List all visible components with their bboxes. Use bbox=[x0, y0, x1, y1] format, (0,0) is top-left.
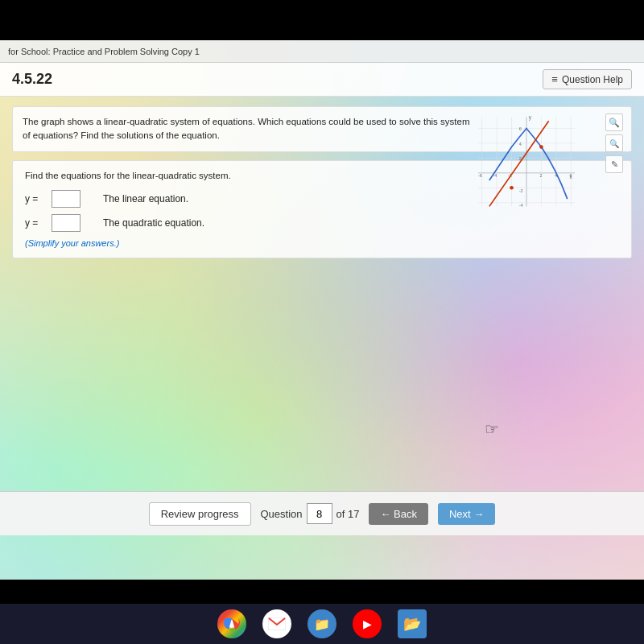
linear-label: y = bbox=[25, 193, 45, 204]
review-progress-button[interactable]: Review progress bbox=[149, 502, 251, 526]
question-number-input[interactable] bbox=[307, 503, 332, 524]
svg-text:6: 6 bbox=[570, 173, 572, 178]
zoom-in-icon: 🔍 bbox=[609, 118, 620, 128]
zoom-in-button[interactable]: 🔍 bbox=[605, 114, 623, 131]
quadratic-input[interactable] bbox=[52, 214, 80, 232]
quadratic-label: y = bbox=[25, 217, 45, 229]
chrome-icon[interactable] bbox=[217, 609, 246, 638]
question-total: of 17 bbox=[336, 508, 360, 520]
graph-icons: 🔍 🔍 ✎ bbox=[605, 114, 623, 173]
external-link-button[interactable]: ✎ bbox=[605, 155, 623, 173]
bottom-navigation: Review progress Question of 17 ← Back Ne… bbox=[0, 491, 644, 535]
back-button[interactable]: ← Back bbox=[369, 503, 428, 525]
svg-text:2: 2 bbox=[540, 173, 543, 178]
question-header: 4.5.22 ≡ Question Help bbox=[0, 63, 644, 97]
question-help-button[interactable]: ≡ Question Help bbox=[543, 69, 632, 89]
problem-text: The graph shows a linear-quadratic syste… bbox=[23, 115, 473, 143]
question-label: Question bbox=[261, 508, 303, 520]
help-label: Question Help bbox=[562, 74, 623, 85]
svg-text:y: y bbox=[529, 114, 532, 121]
graph-container: x y 6 4 2 -2 -4 -6 2 4 6 -2 -4 bbox=[462, 114, 591, 210]
linear-input[interactable] bbox=[52, 190, 80, 208]
svg-text:6: 6 bbox=[519, 126, 522, 131]
problem-section: The graph shows a linear-quadratic syste… bbox=[12, 106, 632, 152]
app-icon[interactable]: 📂 bbox=[398, 609, 427, 638]
zoom-out-icon: 🔍 bbox=[609, 139, 619, 148]
svg-point-27 bbox=[510, 186, 514, 190]
cursor-indicator: ☞ bbox=[485, 419, 499, 439]
gmail-icon[interactable] bbox=[262, 609, 291, 638]
quadratic-equation-row: y = The quadratic equation. bbox=[25, 214, 619, 232]
svg-point-28 bbox=[539, 145, 543, 149]
files-icon[interactable]: 📁 bbox=[308, 609, 336, 638]
external-icon: ✎ bbox=[611, 159, 618, 170]
question-body: The graph shows a linear-quadratic syste… bbox=[0, 97, 644, 535]
svg-text:-6: -6 bbox=[478, 173, 482, 178]
next-button[interactable]: Next → bbox=[438, 503, 495, 525]
linear-description: The linear equation. bbox=[103, 193, 188, 204]
question-counter: Question of 17 bbox=[261, 503, 360, 524]
question-number: 4.5.22 bbox=[12, 71, 52, 88]
zoom-out-button[interactable]: 🔍 bbox=[605, 134, 623, 152]
svg-line-26 bbox=[489, 121, 549, 206]
top-bar-title: for School: Practice and Problem Solving… bbox=[8, 47, 200, 56]
svg-text:4: 4 bbox=[519, 142, 522, 147]
graph-svg: x y 6 4 2 -2 -4 -6 2 4 6 -2 -4 bbox=[462, 114, 591, 210]
svg-text:-4: -4 bbox=[519, 203, 523, 208]
simplify-note: (Simplify your answers.) bbox=[25, 238, 619, 248]
youtube-icon[interactable]: ▶ bbox=[353, 609, 382, 638]
top-bar: for School: Practice and Problem Solving… bbox=[0, 40, 644, 63]
content-area: 4.5.22 ≡ Question Help The graph shows a… bbox=[0, 63, 644, 535]
taskbar: 📁 ▶ 📂 bbox=[0, 604, 644, 644]
quadratic-description: The quadratic equation. bbox=[103, 217, 204, 229]
menu-icon: ≡ bbox=[551, 73, 558, 85]
svg-text:-2: -2 bbox=[519, 188, 523, 193]
